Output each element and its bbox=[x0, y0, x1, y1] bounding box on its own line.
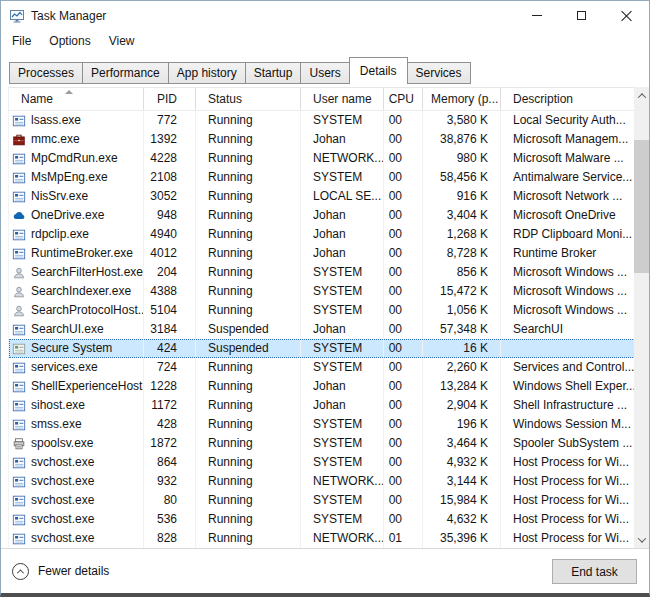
column-header-name[interactable]: Name bbox=[9, 88, 144, 110]
process-row[interactable]: svchost.exe932RunningNETWORK...003,144 K… bbox=[9, 472, 634, 491]
name-cell: spoolsv.exe bbox=[9, 434, 144, 453]
memory-cell: 58,456 K bbox=[423, 168, 501, 187]
tab-users[interactable]: Users bbox=[300, 62, 349, 84]
description-cell: Windows Session M... bbox=[501, 415, 634, 434]
process-row[interactable]: svchost.exe80RunningSYSTEM0015,984 KHost… bbox=[9, 491, 634, 510]
table-header-row: NamePIDStatusUser nameCPUMemory (p...Des… bbox=[8, 87, 634, 111]
process-row[interactable]: RuntimeBroker.exe4012RunningJohan008,728… bbox=[9, 244, 634, 263]
name-cell: sihost.exe bbox=[9, 396, 144, 415]
description-cell: Microsoft OneDrive bbox=[501, 206, 634, 225]
app-window-icon bbox=[12, 171, 26, 185]
close-icon bbox=[621, 10, 632, 21]
name-cell: svchost.exe bbox=[9, 510, 144, 529]
user-cell: SYSTEM bbox=[301, 510, 384, 529]
status-cell: Running bbox=[196, 168, 301, 187]
process-row[interactable]: lsass.exe772RunningSYSTEM003,580 KLocal … bbox=[9, 111, 634, 130]
minimize-button[interactable] bbox=[514, 1, 559, 30]
process-row[interactable]: sihost.exe1172RunningJohan002,904 KShell… bbox=[9, 396, 634, 415]
column-header-memory-p[interactable]: Memory (p... bbox=[423, 88, 501, 110]
close-button[interactable] bbox=[604, 1, 649, 30]
scrollbar-thumb[interactable] bbox=[634, 140, 649, 273]
tab-services[interactable]: Services bbox=[407, 62, 471, 84]
app-window-icon bbox=[12, 190, 26, 204]
process-row[interactable]: svchost.exe864RunningSYSTEM004,932 KHost… bbox=[9, 453, 634, 472]
status-cell: Running bbox=[196, 415, 301, 434]
tab-app-history[interactable]: App history bbox=[168, 62, 246, 84]
name-cell: SearchUI.exe bbox=[9, 320, 144, 339]
menu-item-view[interactable]: View bbox=[100, 31, 144, 51]
process-row[interactable]: spoolsv.exe1872RunningSYSTEM003,464 KSpo… bbox=[9, 434, 634, 453]
process-row[interactable]: rdpclip.exe4940RunningJohan001,268 KRDP … bbox=[9, 225, 634, 244]
menu-item-options[interactable]: Options bbox=[40, 31, 99, 51]
name-cell: Secure System bbox=[9, 339, 144, 358]
tab-performance[interactable]: Performance bbox=[82, 62, 169, 84]
memory-cell: 3,580 K bbox=[423, 111, 501, 130]
process-row[interactable]: services.exe724RunningSYSTEM002,260 KSer… bbox=[9, 358, 634, 377]
process-row[interactable]: SearchUI.exe3184SuspendedJohan0057,348 K… bbox=[9, 320, 634, 339]
footer-bar: Fewer details End task bbox=[1, 548, 649, 593]
user-cell: Johan bbox=[301, 244, 384, 263]
end-task-button[interactable]: End task bbox=[552, 559, 637, 584]
process-row[interactable]: MpCmdRun.exe4228RunningNETWORK...00980 K… bbox=[9, 149, 634, 168]
cpu-cell: 00 bbox=[384, 225, 423, 244]
column-header-user-name[interactable]: User name bbox=[301, 88, 384, 110]
name-cell: SearchProtocolHost.... bbox=[9, 301, 144, 320]
tab-details[interactable]: Details bbox=[349, 57, 408, 84]
memory-cell: 8,728 K bbox=[423, 244, 501, 263]
pid-cell: 5104 bbox=[144, 301, 196, 320]
status-cell: Running bbox=[196, 111, 301, 130]
process-row[interactable]: MsMpEng.exe2108RunningSYSTEM0058,456 KAn… bbox=[9, 168, 634, 187]
process-row[interactable]: mmc.exe1392RunningJohan0038,876 KMicroso… bbox=[9, 130, 634, 149]
user-cell: SYSTEM bbox=[301, 358, 384, 377]
cpu-cell: 00 bbox=[384, 244, 423, 263]
maximize-button[interactable] bbox=[559, 1, 604, 30]
pid-cell: 428 bbox=[144, 415, 196, 434]
scroll-down-button[interactable] bbox=[634, 531, 649, 548]
process-row[interactable]: SearchIndexer.exe4388RunningSYSTEM0015,4… bbox=[9, 282, 634, 301]
process-row[interactable]: SearchFilterHost.exe204RunningSYSTEM0085… bbox=[9, 263, 634, 282]
fewer-details-button[interactable]: Fewer details bbox=[12, 563, 109, 580]
column-header-cpu[interactable]: CPU bbox=[384, 88, 423, 110]
column-header-pid[interactable]: PID bbox=[144, 88, 196, 110]
cpu-cell: 00 bbox=[384, 434, 423, 453]
scroll-up-button[interactable] bbox=[634, 87, 649, 104]
cpu-cell: 00 bbox=[384, 111, 423, 130]
description-cell: Microsoft Windows ... bbox=[501, 263, 634, 282]
process-name: svchost.exe bbox=[31, 491, 94, 510]
process-row[interactable]: ShellExperienceHost....1228RunningJohan0… bbox=[9, 377, 634, 396]
chevron-down-icon bbox=[637, 534, 645, 542]
process-row[interactable]: svchost.exe536RunningSYSTEM004,632 KHost… bbox=[9, 510, 634, 529]
tab-processes[interactable]: Processes bbox=[9, 62, 83, 84]
pid-cell: 4388 bbox=[144, 282, 196, 301]
description-cell: Shell Infrastructure ... bbox=[501, 396, 634, 415]
process-row[interactable]: svchost.exe828RunningNETWORK...0135,396 … bbox=[9, 529, 634, 548]
app-window-icon bbox=[12, 475, 26, 489]
menu-item-file[interactable]: File bbox=[3, 31, 40, 51]
chevron-up-icon bbox=[637, 93, 645, 101]
chevron-up-circle-icon bbox=[12, 563, 29, 580]
memory-cell: 35,396 K bbox=[423, 529, 501, 548]
user-cell: Johan bbox=[301, 396, 384, 415]
process-row[interactable]: smss.exe428RunningSYSTEM00196 KWindows S… bbox=[9, 415, 634, 434]
table-scrollbar[interactable] bbox=[634, 87, 649, 548]
column-header-status[interactable]: Status bbox=[196, 88, 301, 110]
cpu-cell: 00 bbox=[384, 339, 423, 358]
tab-startup[interactable]: Startup bbox=[245, 62, 302, 84]
user-cell: SYSTEM bbox=[301, 453, 384, 472]
user-cell: SYSTEM bbox=[301, 301, 384, 320]
user-cell: Johan bbox=[301, 377, 384, 396]
app-window-icon bbox=[12, 399, 26, 413]
process-row[interactable]: OneDrive.exe948RunningJohan003,404 KMicr… bbox=[9, 206, 634, 225]
process-table: NamePIDStatusUser nameCPUMemory (p...Des… bbox=[8, 87, 649, 548]
cpu-cell: 00 bbox=[384, 206, 423, 225]
process-row[interactable]: Secure System424SuspendedSYSTEM0016 K bbox=[9, 339, 634, 358]
status-cell: Running bbox=[196, 434, 301, 453]
process-name: svchost.exe bbox=[31, 510, 94, 529]
process-row[interactable]: SearchProtocolHost....5104RunningSYSTEM0… bbox=[9, 301, 634, 320]
app-window-icon bbox=[12, 361, 26, 375]
cpu-cell: 00 bbox=[384, 320, 423, 339]
pid-cell: 2108 bbox=[144, 168, 196, 187]
column-header-description[interactable]: Description bbox=[501, 88, 634, 110]
cpu-cell: 00 bbox=[384, 491, 423, 510]
process-row[interactable]: NisSrv.exe3052RunningLOCAL SE...00916 KM… bbox=[9, 187, 634, 206]
